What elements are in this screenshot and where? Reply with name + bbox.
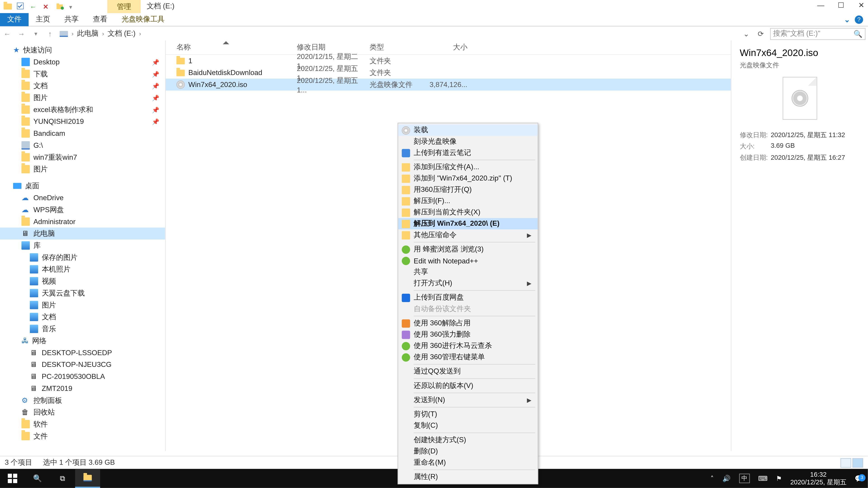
undo-icon[interactable]	[30, 2, 38, 11]
menu-item[interactable]: 上传到百度网盘	[398, 292, 538, 303]
menu-item[interactable]: 上传到有道云笔记	[398, 147, 538, 158]
nav-back-button[interactable]: ←	[2, 30, 12, 38]
ribbon-tab-home[interactable]: 主页	[29, 12, 57, 26]
ribbon-tab-disc-tools[interactable]: 光盘映像工具	[114, 12, 172, 26]
navigation-tree[interactable]: ★快速访问 Desktop📌下载📌文档📌图片📌excel表格制作求和📌YUNQI…	[0, 40, 166, 451]
menu-item[interactable]: 创建快捷方式(S)	[398, 434, 538, 446]
tree-item[interactable]: ☁OneDrive	[0, 192, 165, 204]
tree-item[interactable]: 图片	[0, 299, 165, 311]
breadcrumb[interactable]: › 此电脑 › 文档 (E:) ›	[60, 29, 141, 39]
tree-item[interactable]: 🖥PC-20190530OBLA	[0, 370, 165, 383]
tree-item[interactable]: 🖥DESKTOP-LSSOEDP	[0, 347, 165, 359]
menu-item[interactable]: 解压到当前文件夹(X)	[398, 207, 538, 218]
menu-item[interactable]: 发送到(N)▶	[398, 394, 538, 406]
volume-icon[interactable]: 🔊	[722, 475, 731, 482]
tree-item[interactable]: 🖥ZMT2019	[0, 383, 165, 394]
menu-item[interactable]: 使用 360管理右键菜单	[398, 352, 538, 363]
security-icon[interactable]: ⚑	[776, 475, 782, 482]
view-details-button[interactable]	[840, 458, 851, 467]
tree-item[interactable]: 图片	[0, 163, 165, 175]
breadcrumb-drive[interactable]: 文档 (E:)	[107, 29, 135, 39]
contextual-tab-manage[interactable]: 管理	[107, 0, 141, 13]
menu-item[interactable]: 用 蜂蜜浏览器 浏览(3)	[398, 244, 538, 255]
tree-network[interactable]: 🖧网络	[0, 335, 165, 347]
tree-quick-access[interactable]: ★快速访问	[0, 44, 165, 56]
menu-item[interactable]: 共享	[398, 266, 538, 278]
tree-item[interactable]: 文档📌	[0, 80, 165, 92]
menu-item[interactable]: 打开方式(H)▶	[398, 278, 538, 289]
delete-icon[interactable]	[43, 2, 51, 11]
tree-item[interactable]: 软件	[0, 418, 165, 430]
tree-item[interactable]: 库	[0, 239, 165, 252]
menu-item[interactable]: 剪切(T)	[398, 409, 538, 420]
view-icons-button[interactable]	[852, 458, 863, 467]
file-row[interactable]: Win7x64_2020.iso2020/12/25, 星期五 1...光盘映像…	[166, 78, 731, 91]
address-dropdown-icon[interactable]: ⌄	[741, 30, 751, 38]
taskbar-explorer[interactable]	[75, 469, 100, 488]
tree-item[interactable]: Bandicam	[0, 127, 165, 139]
tree-item[interactable]: 音乐	[0, 323, 165, 335]
menu-item[interactable]: 装载	[398, 125, 538, 136]
search-button[interactable]: 🔍	[25, 469, 50, 488]
minimize-button[interactable]: —	[817, 1, 825, 9]
column-headers[interactable]: 名称▲ 修改日期 类型 大小	[166, 40, 731, 55]
tree-item[interactable]: Administrator	[0, 216, 165, 228]
tree-item[interactable]: 文件	[0, 430, 165, 442]
tree-item[interactable]: 文档	[0, 311, 165, 323]
task-view-button[interactable]: ⧉	[50, 469, 75, 488]
file-row[interactable]: 12020/12/15, 星期二 1...文件夹	[166, 55, 731, 67]
tree-item[interactable]: win7重装win7	[0, 151, 165, 163]
taskbar-clock[interactable]: 16:32 2020/12/25, 星期五	[790, 470, 846, 486]
file-list[interactable]: 名称▲ 修改日期 类型 大小 12020/12/15, 星期二 1...文件夹B…	[166, 40, 731, 451]
start-button[interactable]	[0, 469, 25, 488]
maximize-button[interactable]: ☐	[837, 1, 845, 9]
ribbon-tab-view[interactable]: 查看	[86, 12, 115, 26]
ribbon-tab-share[interactable]: 共享	[57, 12, 86, 26]
tree-item[interactable]: 🗑回收站	[0, 406, 165, 418]
menu-item[interactable]: 使用 360解除占用	[398, 318, 538, 329]
menu-item[interactable]: 重命名(M)	[398, 457, 538, 468]
tree-item[interactable]: 天翼云盘下载	[0, 287, 165, 299]
menu-item[interactable]: 解压到 Win7x64_2020\ (E)	[398, 218, 538, 229]
menu-item[interactable]: 还原以前的版本(V)	[398, 380, 538, 391]
tree-desktop[interactable]: 桌面	[0, 180, 165, 192]
menu-item[interactable]: 刻录光盘映像	[398, 136, 538, 147]
menu-item[interactable]: 其他压缩命令▶	[398, 229, 538, 240]
menu-item[interactable]: 用360压缩打开(Q)	[398, 184, 538, 195]
tree-item[interactable]: excel表格制作求和📌	[0, 104, 165, 116]
menu-item[interactable]: 添加到压缩文件(A)...	[398, 162, 538, 173]
breadcrumb-root[interactable]: 此电脑	[77, 29, 98, 39]
search-icon[interactable]: 🔍	[854, 30, 863, 38]
refresh-icon[interactable]: ⟳	[756, 30, 765, 38]
tree-item[interactable]: G:\	[0, 139, 165, 151]
ribbon-tab-file[interactable]: 文件	[0, 12, 29, 26]
nav-up-button[interactable]: ↑	[45, 30, 55, 38]
tree-item[interactable]: 本机照片	[0, 263, 165, 275]
tree-item[interactable]: 下载📌	[0, 68, 165, 80]
menu-item[interactable]: 使用 360进行木马云查杀	[398, 340, 538, 352]
context-menu[interactable]: 装载刻录光盘映像上传到有道云笔记添加到压缩文件(A)...添加到 "Win7x6…	[398, 123, 538, 484]
menu-item[interactable]: 属性(R)	[398, 471, 538, 483]
tree-item[interactable]: 🖥此电脑	[0, 228, 165, 239]
qat-dropdown-icon[interactable]: ▾	[69, 3, 72, 10]
close-button[interactable]: ✕	[857, 1, 866, 9]
menu-item[interactable]: 删除(D)	[398, 446, 538, 457]
menu-item[interactable]: 添加到 "Win7x64_2020.zip" (T)	[398, 173, 538, 184]
new-folder-icon[interactable]	[56, 2, 64, 11]
ime-mode-icon[interactable]: ⌨	[758, 475, 768, 482]
file-row[interactable]: BaiduNetdiskDownload2020/12/25, 星期五 1...…	[166, 67, 731, 78]
action-center-icon[interactable]: 💬3	[855, 475, 863, 482]
menu-item[interactable]: 复制(C)	[398, 420, 538, 431]
tree-item[interactable]: 视频	[0, 275, 165, 287]
properties-icon[interactable]	[17, 2, 25, 11]
tree-item[interactable]: Desktop📌	[0, 56, 165, 68]
tree-item[interactable]: ☁WPS网盘	[0, 204, 165, 216]
nav-forward-button[interactable]: →	[17, 30, 26, 38]
nav-recent-dropdown[interactable]: ▾	[31, 30, 40, 37]
search-input[interactable]: 搜索"文档 (E:)" 🔍	[770, 28, 866, 40]
tree-item[interactable]: 保存的图片	[0, 252, 165, 263]
menu-item[interactable]: Edit with Notepad++	[398, 255, 538, 266]
menu-item[interactable]: 解压到(F)...	[398, 195, 538, 207]
ime-indicator[interactable]: 中	[739, 474, 749, 483]
menu-item[interactable]: 使用 360强力删除	[398, 329, 538, 340]
